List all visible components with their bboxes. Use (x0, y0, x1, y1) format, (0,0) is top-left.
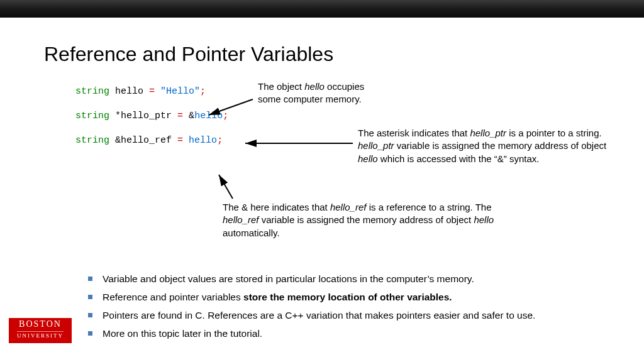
slide-title: Reference and Pointer Variables (44, 43, 600, 66)
annotation-2: The asterisk indicates that hello_ptr is… (358, 127, 609, 165)
bullet-item: Pointers are found in C. References are … (88, 309, 616, 322)
bullet-icon (88, 277, 92, 281)
bullet-icon (88, 295, 92, 299)
annotation-3: The & here indicates that hello_ref is a… (223, 201, 512, 239)
top-bar (0, 0, 644, 18)
bullet-list: Variable and object values are stored in… (88, 273, 616, 346)
boston-university-logo: BOSTON UNIVERSITY (9, 318, 72, 343)
bullet-icon (88, 331, 92, 336)
bullet-item: Variable and object values are stored in… (88, 273, 616, 286)
svg-line-2 (219, 175, 233, 199)
bullet-item: Reference and pointer variables store th… (88, 291, 616, 304)
bullet-icon (88, 313, 92, 317)
annotation-1: The object hello occupies some computer … (258, 80, 371, 106)
code-line-2: string *hello_ptr = &hello; (75, 109, 600, 123)
bullet-item: More on this topic later in the tutorial… (88, 327, 616, 341)
